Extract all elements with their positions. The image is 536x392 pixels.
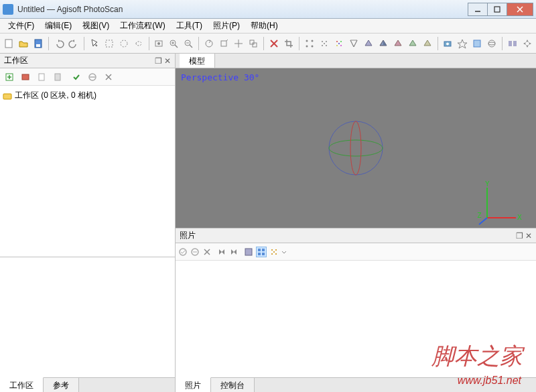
svg-rect-21 <box>253 43 257 47</box>
svg-point-42 <box>488 42 495 45</box>
circle-select-icon[interactable] <box>118 36 130 51</box>
tab-workspace[interactable]: 工作区 <box>0 377 44 392</box>
menu-file[interactable]: 文件(F) <box>3 19 40 33</box>
svg-point-8 <box>121 40 127 47</box>
zoom-reset-icon[interactable] <box>153 36 165 51</box>
svg-rect-72 <box>262 249 265 251</box>
workspace-close-icon[interactable]: ✕ <box>164 56 171 66</box>
tab-photos[interactable]: 照片 <box>176 377 211 392</box>
solid-icon[interactable] <box>362 36 375 51</box>
new-icon[interactable] <box>3 36 15 51</box>
dense-classes-icon[interactable] <box>333 36 345 51</box>
close-button[interactable] <box>507 3 533 16</box>
open-icon[interactable] <box>17 36 29 51</box>
svg-rect-44 <box>513 41 517 46</box>
menu-workflow[interactable]: 工作流程(W) <box>115 19 170 33</box>
textured-icon[interactable] <box>392 36 404 51</box>
menu-help[interactable]: 帮助(H) <box>245 19 283 33</box>
zoom-out-icon[interactable] <box>182 36 194 51</box>
minimize-button[interactable] <box>468 3 488 16</box>
workspace-undock-icon[interactable]: ❐ <box>155 56 162 66</box>
points-icon[interactable] <box>304 36 316 51</box>
svg-point-65 <box>180 249 186 255</box>
view-dropdown-icon[interactable] <box>281 247 287 257</box>
move-region-icon[interactable] <box>232 36 245 51</box>
photos-toolbar <box>176 243 536 261</box>
photos-close-icon[interactable]: ✕ <box>525 231 532 241</box>
svg-text:Z: Z <box>477 211 482 220</box>
reset-align-icon[interactable] <box>244 247 253 257</box>
view-details-icon[interactable] <box>256 247 267 257</box>
remove-icon[interactable] <box>102 70 115 84</box>
zoom-in-icon[interactable] <box>168 36 180 51</box>
check-icon[interactable] <box>70 70 83 84</box>
svg-point-41 <box>488 40 495 47</box>
svg-point-79 <box>273 251 275 253</box>
tab-console[interactable]: 控制台 <box>211 378 255 392</box>
window-title: Untitled — Agisoft PhotoScan <box>17 5 468 14</box>
menu-edit[interactable]: 编辑(E) <box>40 19 77 33</box>
svg-point-26 <box>306 45 308 47</box>
svg-rect-6 <box>36 44 40 47</box>
crop-icon[interactable] <box>283 36 295 51</box>
model-viewport[interactable]: Perspective 30° X Y Z <box>176 68 536 228</box>
menu-view[interactable]: 视图(V) <box>77 19 115 33</box>
workspace-panel-title: 工作区 <box>4 55 28 66</box>
workspace-tree[interactable]: 工作区 (0 区块, 0 相机) <box>0 86 175 257</box>
trackball-icon[interactable] <box>486 36 498 51</box>
watermark-url: www.jb51.net <box>458 375 521 387</box>
rotate-object-icon[interactable] <box>203 36 215 51</box>
textured2-icon[interactable] <box>421 36 433 51</box>
photos-content[interactable] <box>176 261 536 377</box>
maximize-button[interactable] <box>487 3 507 16</box>
shaded-icon[interactable] <box>377 36 389 51</box>
add-chunk-icon[interactable] <box>3 70 16 84</box>
markers-icon[interactable] <box>456 36 468 51</box>
rotate-right-icon[interactable] <box>217 247 226 257</box>
svg-point-18 <box>206 40 212 47</box>
svg-text:X: X <box>517 213 522 222</box>
svg-rect-55 <box>3 94 11 99</box>
svg-point-30 <box>324 43 325 44</box>
dense-cloud-icon[interactable] <box>318 36 330 51</box>
rect-select-icon[interactable] <box>103 36 115 51</box>
add-photos-icon[interactable] <box>19 70 32 84</box>
uncheck-icon[interactable] <box>86 70 99 84</box>
wireframe-icon[interactable] <box>348 36 360 51</box>
navigation-icon[interactable] <box>521 36 533 51</box>
rotate-left-icon[interactable] <box>229 247 239 257</box>
region-icon[interactable] <box>471 36 483 51</box>
enable-photo-icon[interactable] <box>178 247 188 257</box>
disable-photo-icon[interactable] <box>190 247 200 257</box>
show-aligned-icon[interactable] <box>507 36 519 51</box>
pointer-icon[interactable] <box>88 36 100 51</box>
menu-photo[interactable]: 照片(P) <box>208 19 245 33</box>
svg-point-34 <box>340 41 342 42</box>
photos-undock-icon[interactable]: ❐ <box>516 231 523 241</box>
tab-reference[interactable]: 参考 <box>44 378 79 392</box>
delete-icon[interactable] <box>268 36 280 51</box>
resize-region-icon[interactable] <box>247 36 259 51</box>
tree-root-item[interactable]: 工作区 (0 区块, 0 相机) <box>3 88 172 103</box>
disable-chunk-icon[interactable] <box>51 70 64 84</box>
svg-rect-70 <box>245 249 252 255</box>
undo-icon[interactable] <box>53 36 65 51</box>
cameras-icon[interactable] <box>442 36 454 51</box>
free-select-icon[interactable] <box>133 36 145 51</box>
svg-point-27 <box>311 45 313 47</box>
enable-chunk-icon[interactable] <box>35 70 48 84</box>
remove-photo-icon[interactable] <box>202 247 212 257</box>
photos-panel-title: 照片 <box>180 230 196 241</box>
menu-tools[interactable]: 工具(T) <box>171 19 208 33</box>
svg-rect-40 <box>474 40 480 47</box>
svg-rect-74 <box>262 253 265 255</box>
svg-point-28 <box>322 41 323 42</box>
shaded2-icon[interactable] <box>407 36 419 51</box>
view-small-icon[interactable] <box>269 247 279 257</box>
rotate-region-icon[interactable] <box>218 36 230 51</box>
svg-line-16 <box>190 45 192 48</box>
save-icon[interactable] <box>32 36 44 51</box>
redo-icon[interactable] <box>68 36 80 51</box>
tab-model[interactable]: 模型 <box>180 54 215 68</box>
chunk-icon <box>3 91 12 101</box>
